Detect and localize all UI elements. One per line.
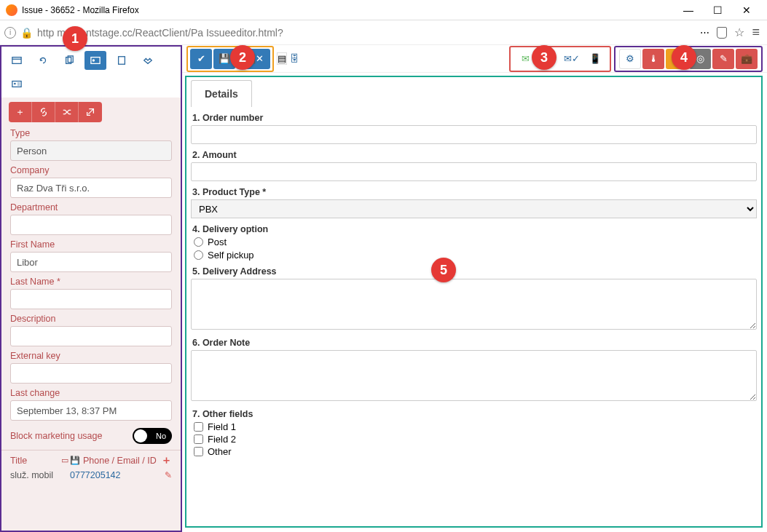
- contact-header: Title ▭💾 Phone / Email / ID ＋: [1, 450, 181, 469]
- firstname-label: First Name: [10, 239, 172, 250]
- callout-5: 5: [431, 258, 456, 282]
- svg-rect-7: [12, 82, 21, 87]
- window-maximize[interactable]: ☐: [703, 0, 732, 20]
- svg-point-5: [93, 59, 95, 62]
- edit-contact-icon[interactable]: ✎: [165, 470, 172, 480]
- sidebar-action-strip: ＋: [9, 102, 173, 122]
- delivery-option-label: 4. Delivery option: [192, 224, 757, 234]
- copy-icon[interactable]: [58, 51, 80, 70]
- order-note-label: 6. Order Note: [192, 338, 757, 348]
- mail-check-button[interactable]: ✉✓: [561, 49, 583, 69]
- save-mini-icon: 💾: [70, 456, 80, 465]
- id-card-icon[interactable]: [84, 51, 106, 70]
- database-icon[interactable]: 🗄: [290, 53, 299, 64]
- sidebar-toolbar: [1, 47, 181, 98]
- note-icon[interactable]: [111, 51, 133, 70]
- card-icon[interactable]: [6, 51, 28, 70]
- field2-label: Field 2: [208, 434, 236, 445]
- contact-card-icon[interactable]: [6, 74, 28, 93]
- callout-2: 2: [230, 45, 255, 70]
- field1-label: Field 1: [208, 421, 236, 432]
- svg-point-8: [14, 83, 16, 85]
- window-close[interactable]: ✕: [732, 0, 761, 20]
- contact-row-phone[interactable]: 0777205142: [70, 470, 165, 480]
- lastchange-label: Last change: [10, 388, 172, 398]
- product-type-select[interactable]: PBX: [191, 199, 757, 218]
- comm-group: ✉ 📞 ✉✓ 📱: [509, 46, 611, 72]
- bookmark-star-icon[interactable]: ☆: [734, 25, 744, 39]
- company-field[interactable]: [10, 178, 172, 198]
- type-field[interactable]: [10, 140, 172, 161]
- other-checkbox[interactable]: [194, 447, 203, 456]
- description-field[interactable]: [10, 326, 172, 346]
- contact-phone-col: Phone / Email / ID: [83, 456, 161, 466]
- department-field[interactable]: [10, 215, 172, 235]
- field1-checkbox[interactable]: [194, 422, 203, 432]
- department-label: Department: [10, 202, 172, 213]
- company-label: Company: [10, 165, 172, 175]
- handshake-icon[interactable]: [137, 51, 159, 70]
- other-fields-label: 7. Other fields: [192, 409, 757, 419]
- callout-3: 3: [532, 45, 556, 70]
- firstname-field[interactable]: [10, 252, 172, 272]
- lastchange-field[interactable]: [10, 400, 172, 421]
- address-bar: i 🔒 http mo.frontstage.cc/ReactClient/Pa…: [0, 20, 767, 45]
- field2-checkbox[interactable]: [194, 434, 203, 444]
- main-panel: ✔ 💾 💾✕ ▤ 🗄 ✉ 📞 ✉✓ 📱 ⚙ 🌡 ⚖ ◎ ✎ 💼: [182, 45, 767, 532]
- callout-4: 4: [672, 45, 696, 70]
- shield-icon[interactable]: [717, 27, 727, 39]
- link-button[interactable]: [32, 102, 55, 122]
- delivery-address-field[interactable]: [191, 279, 757, 330]
- marketing-toggle[interactable]: No: [133, 428, 172, 444]
- add-button[interactable]: ＋: [9, 102, 32, 122]
- delivery-post-radio[interactable]: [194, 237, 203, 247]
- lastname-label: Last Name *: [10, 277, 172, 287]
- info-icon[interactable]: i: [4, 27, 16, 39]
- description-label: Description: [10, 314, 172, 324]
- undo-icon[interactable]: [32, 51, 54, 70]
- hamburger-menu-icon[interactable]: ≡: [752, 25, 760, 40]
- sidebar-panel: ＋ Type Company Department First Name Las…: [0, 45, 182, 532]
- amount-field[interactable]: [191, 162, 757, 181]
- contact-row-title: služ. mobil: [10, 470, 70, 480]
- order-number-field[interactable]: [191, 125, 757, 144]
- other-label: Other: [208, 446, 232, 457]
- gear-button[interactable]: ⚙: [619, 49, 641, 69]
- check-button[interactable]: ✔: [190, 49, 212, 69]
- delivery-post-label: Post: [208, 237, 227, 247]
- window-minimize[interactable]: —: [674, 0, 703, 20]
- shuffle-button[interactable]: [55, 102, 79, 122]
- lock-icon: 🔒: [20, 27, 33, 39]
- tab-details[interactable]: Details: [191, 80, 252, 107]
- contact-title-col: Title: [10, 456, 61, 466]
- lastname-field[interactable]: [10, 289, 172, 309]
- thermo-button[interactable]: 🌡: [642, 49, 664, 69]
- type-label: Type: [10, 128, 172, 138]
- briefcase-button[interactable]: 💼: [736, 49, 758, 69]
- url-text[interactable]: http mo.frontstage.cc/ReactClient/Pa Iss…: [37, 27, 696, 39]
- delivery-address-label: 5. Delivery Address: [192, 266, 757, 277]
- amount-label: 2. Amount: [192, 150, 757, 160]
- delivery-self-radio[interactable]: [194, 250, 203, 260]
- add-contact-button[interactable]: ＋: [161, 453, 172, 467]
- svg-rect-0: [12, 57, 21, 64]
- details-panel: Details 1. Order number 2. Amount 3. Pro…: [185, 76, 763, 528]
- firefox-favicon: [6, 4, 17, 16]
- externalkey-field[interactable]: [10, 363, 172, 384]
- order-number-label: 1. Order number: [192, 113, 757, 123]
- layout-button[interactable]: ▤: [277, 52, 287, 65]
- externalkey-label: External key: [10, 351, 172, 361]
- callout-1: 1: [63, 26, 87, 51]
- card-mini-icon: ▭: [61, 456, 68, 465]
- window-titlebar: Issue - 36652 - Mozilla Firefox — ☐ ✕: [0, 0, 767, 20]
- contact-row: služ. mobil 0777205142 ✎: [1, 469, 181, 485]
- product-type-label: 3. Product Type *: [192, 187, 757, 197]
- reader-icon[interactable]: ⋯: [700, 27, 709, 38]
- edit-button[interactable]: ✎: [712, 49, 734, 69]
- marketing-label: Block marketing usage: [10, 431, 102, 441]
- svg-rect-6: [119, 57, 125, 65]
- mobile-button[interactable]: 📱: [584, 49, 606, 69]
- external-link-button[interactable]: [79, 102, 102, 122]
- order-note-field[interactable]: [191, 350, 757, 401]
- window-title: Issue - 36652 - Mozilla Firefox: [22, 5, 674, 15]
